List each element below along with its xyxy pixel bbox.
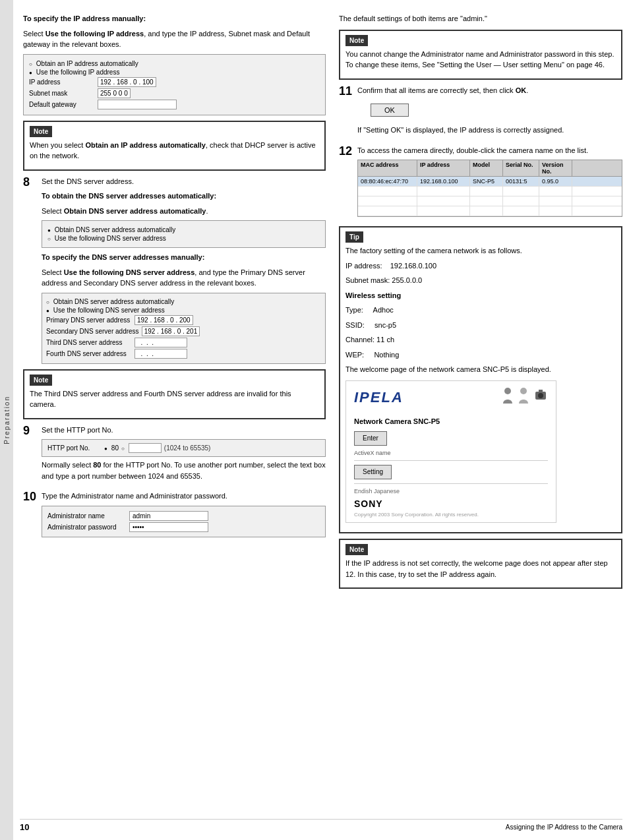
ipela-divider — [354, 460, 548, 461]
dns-manual-radio2-row: Use the following DNS server address — [46, 307, 321, 314]
primary-dns-row: Primary DNS server address 192 . 168 . 0… — [46, 315, 321, 325]
http-port-80-val: 80 — [111, 444, 119, 452]
use-following-ip-radio[interactable] — [29, 69, 34, 76]
ip-address-row: IP address 192 . 168 . 0 . 100 — [29, 77, 320, 87]
ipela-logo: IPELA — [354, 386, 404, 408]
step-9-container: 9 Set the HTTP port No. HTTP port No. 80… — [23, 425, 326, 486]
table-row-4[interactable] — [358, 206, 622, 216]
step-10-num: 10 — [23, 491, 38, 504]
td-mac-2 — [358, 187, 417, 196]
ip-label: IP address — [29, 78, 95, 86]
ipela-enter-button[interactable]: Enter — [354, 431, 387, 446]
ip-radio1-row: Obtain an IP address automatically — [29, 60, 320, 67]
http-port-custom-radio[interactable] — [121, 444, 126, 452]
step-10-content: Type the Administrator name and Administ… — [42, 491, 326, 540]
ip-radio2-row: Use the following IP address — [29, 69, 320, 76]
fourth-dns-label: Fourth DNS server address — [46, 350, 132, 357]
obtain-dns2-radio[interactable] — [46, 298, 51, 305]
admin-ui-box: Administrator name admin Administrator p… — [42, 506, 326, 537]
right-note-box-2: Note If the IP address is not set correc… — [339, 539, 622, 589]
th-serial: Serial No. — [503, 160, 539, 176]
sidebar: Preparation — [0, 0, 13, 840]
step-8-container: 8 Set the DNS server address. To obtain … — [23, 176, 326, 364]
step-9-desc: Normally select 80 for the HTTP port No.… — [42, 460, 326, 481]
ipela-header: IPELA — [346, 381, 556, 411]
primary-dns-input[interactable]: 192 . 168 . 0 . 200 — [135, 315, 193, 325]
page-footer: 10 Assigning the IP Address to the Camer… — [20, 819, 622, 832]
secondary-dns-row: Secondary DNS server address 192 . 168 .… — [46, 326, 321, 336]
gateway-input[interactable] — [98, 100, 177, 109]
right-column: The default settings of both items are "… — [339, 13, 622, 827]
obtain-ip-radio[interactable] — [29, 60, 34, 67]
td-serial-2 — [503, 187, 539, 196]
ipela-lang-links[interactable]: Endish Japanese — [354, 487, 548, 496]
dns-auto-radio1-row: Obtain DNS server address automatically — [47, 226, 320, 233]
wireless-title: Wireless setting — [345, 291, 401, 299]
use-dns-label: Use the following DNS server address — [55, 235, 166, 242]
admin-pass-input[interactable]: ••••• — [129, 522, 208, 532]
ip-section-text: Select Use the following IP address, and… — [23, 28, 326, 50]
wireless-ssid: SSID: snc-p5 — [345, 320, 616, 331]
page-number: 10 — [20, 822, 29, 832]
wireless-wep: WEP: Nothing — [345, 349, 616, 361]
dns-manual-title: To specify the DNS server addresses manu… — [42, 253, 204, 261]
ip-address-ui-box: Obtain an IP address automatically Use t… — [23, 54, 326, 115]
ok-button[interactable]: OK — [371, 104, 409, 117]
tip-intro: The factory setting of the camera networ… — [345, 245, 616, 256]
http-port-80-radio[interactable] — [104, 444, 109, 452]
use-dns2-radio[interactable] — [46, 307, 51, 314]
subnet-input[interactable]: 255 0 0 0 — [98, 88, 131, 98]
td-model-4 — [470, 206, 503, 216]
svg-point-3 — [538, 393, 543, 398]
step-11-container: 11 Confirm that all items are correctly … — [339, 85, 622, 140]
table-row-2[interactable] — [358, 187, 622, 196]
sony-logo: SONY — [354, 496, 548, 511]
tip-box: Tip The factory setting of the camera ne… — [339, 226, 622, 533]
sidebar-label: Preparation — [3, 396, 11, 444]
http-port-label: HTTP port No. — [47, 444, 100, 452]
step-10-container: 10 Type the Administrator name and Admin… — [23, 491, 326, 540]
ipela-setting-button[interactable]: Setting — [354, 465, 392, 479]
td-serial-1: 00131:5 — [503, 177, 539, 186]
th-mac: MAC address — [358, 160, 417, 176]
ip-input[interactable]: 192 . 168 . 0 . 100 — [98, 77, 156, 87]
subnet-row: Subnet mask 255 0 0 0 — [29, 88, 320, 98]
ipela-icons-area — [502, 386, 548, 405]
admin-pass-row: Administrator password ••••• — [47, 522, 320, 532]
obtain-dns-radio[interactable] — [47, 226, 52, 233]
secondary-dns-input[interactable]: 192 . 168 . 0 . 201 — [142, 326, 200, 336]
right-note-box-1: Note You cannot change the Administrator… — [339, 30, 622, 80]
step-9-num: 9 — [23, 425, 38, 438]
table-header-row: MAC address IP address Model Serial No. … — [358, 160, 622, 177]
step-8-content: Set the DNS server address. To obtain th… — [42, 176, 326, 364]
admin-name-input[interactable]: admin — [129, 511, 208, 521]
ipela-copyright: Copyright 2003 Sony Corporation. All rig… — [354, 511, 548, 520]
person-icon-1 — [502, 386, 514, 405]
tip-label: Tip — [345, 231, 363, 243]
dns-manual-radio1-row: Obtain DNS server address automatically — [46, 298, 321, 305]
http-port-custom-input[interactable] — [129, 443, 162, 453]
td-mac-3 — [358, 196, 417, 206]
obtain-dns-label: Obtain DNS server address automatically — [55, 226, 175, 233]
step-9-content: Set the HTTP port No. HTTP port No. 80 (… — [42, 425, 326, 486]
default-settings-text: The default settings of both items are "… — [339, 13, 622, 24]
td-ip-4 — [417, 206, 470, 216]
third-dns-input[interactable]: . . . — [135, 338, 187, 347]
secondary-dns-label: Secondary DNS server address — [46, 328, 139, 335]
primary-dns-label: Primary DNS server address — [46, 316, 132, 324]
gateway-label: Default gateway — [29, 101, 95, 108]
person-icon-2 — [518, 386, 529, 405]
admin-name-row: Administrator name admin — [47, 511, 320, 521]
fourth-dns-input[interactable]: . . . — [135, 349, 187, 359]
use-following-ip-label: Use the following IP address — [36, 69, 120, 76]
ip-section-title: To specify the IP address manually: — [23, 15, 146, 22]
td-ip-1: 192.168.0.100 — [417, 177, 470, 186]
welcome-page-text: The welcome page of the network camera S… — [345, 364, 616, 375]
dns-manual-desc: Select Use the following DNS server addr… — [42, 267, 326, 289]
table-row-1[interactable]: 08:80:46:ec:47:70 192.168.0.100 SNC-P5 0… — [358, 177, 622, 187]
step-11-num: 11 — [339, 85, 353, 98]
step-11-content: Confirm that all items are correctly set… — [357, 85, 622, 140]
table-row-3[interactable] — [358, 196, 622, 206]
gateway-row: Default gateway — [29, 100, 320, 109]
use-dns-radio[interactable] — [47, 235, 52, 242]
